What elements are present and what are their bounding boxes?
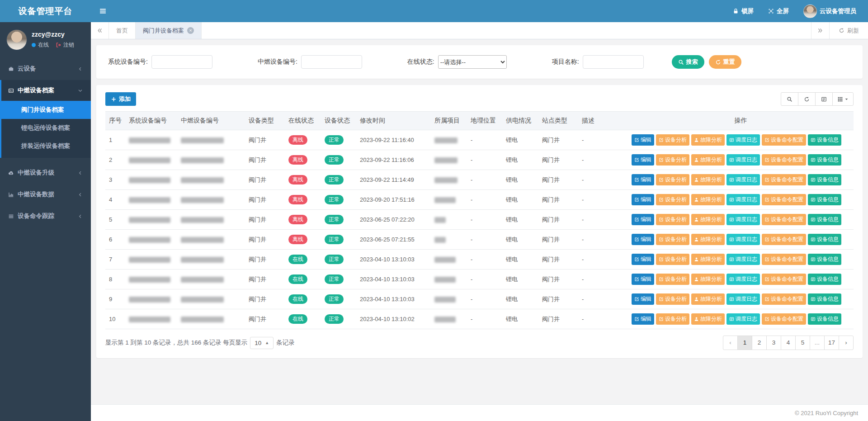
row-action-device-command-config[interactable]: 设备命令配置 bbox=[762, 194, 806, 205]
sidebar-item-1[interactable]: 中燃设备档案 bbox=[1, 80, 91, 101]
row-action-fault-analysis[interactable]: 故障分析 bbox=[691, 313, 725, 325]
row-action-edit[interactable]: 编辑 bbox=[632, 194, 654, 205]
row-action-dispatch-log[interactable]: 调度日志 bbox=[726, 214, 760, 225]
row-action-device-info[interactable]: 设备信息 bbox=[808, 254, 841, 265]
fullscreen-button[interactable]: 全屏 bbox=[761, 0, 796, 22]
row-action-dispatch-log[interactable]: 调度日志 bbox=[726, 154, 760, 166]
row-action-edit[interactable]: 编辑 bbox=[632, 313, 654, 325]
sidebar-subitem-1-0[interactable]: 阀门井设备档案 bbox=[1, 101, 91, 119]
row-action-device-info[interactable]: 设备信息 bbox=[808, 134, 841, 146]
sidebar-subitem-1-1[interactable]: 锂电远传设备档案 bbox=[1, 119, 91, 137]
page-button-1[interactable]: 1 bbox=[737, 336, 752, 350]
row-action-device-info[interactable]: 设备信息 bbox=[808, 174, 841, 185]
row-action-edit[interactable]: 编辑 bbox=[632, 134, 654, 146]
row-action-device-analysis[interactable]: 设备分析 bbox=[656, 174, 689, 185]
sidebar-item-2[interactable]: 中燃设备升级 bbox=[0, 162, 91, 183]
sidebar-toggle-button[interactable] bbox=[91, 0, 115, 22]
reset-button[interactable]: 重置 bbox=[709, 55, 741, 69]
row-action-dispatch-log[interactable]: 调度日志 bbox=[726, 254, 760, 265]
row-action-device-command-config[interactable]: 设备命令配置 bbox=[762, 254, 806, 265]
row-action-device-analysis[interactable]: 设备分析 bbox=[656, 234, 689, 245]
row-action-fault-analysis[interactable]: 故障分析 bbox=[691, 293, 725, 305]
tab-0[interactable]: 首页 bbox=[109, 22, 136, 39]
row-action-device-info[interactable]: 设备信息 bbox=[808, 313, 841, 325]
row-action-edit[interactable]: 编辑 bbox=[632, 174, 654, 185]
row-action-edit[interactable]: 编辑 bbox=[632, 274, 654, 285]
search-input-3[interactable] bbox=[583, 55, 644, 69]
row-action-device-analysis[interactable]: 设备分析 bbox=[656, 293, 689, 305]
row-action-fault-analysis[interactable]: 故障分析 bbox=[691, 174, 725, 185]
page-button-17[interactable]: 17 bbox=[824, 336, 839, 350]
row-action-dispatch-log[interactable]: 调度日志 bbox=[726, 134, 760, 146]
search-input-0[interactable] bbox=[151, 55, 212, 69]
online-status-select[interactable]: --请选择-- bbox=[438, 55, 507, 69]
row-action-fault-analysis[interactable]: 故障分析 bbox=[691, 194, 725, 205]
sidebar-item-4[interactable]: 设备命令跟踪 bbox=[0, 206, 91, 227]
row-action-device-info[interactable]: 设备信息 bbox=[808, 154, 841, 166]
page-size-dropdown[interactable]: 10 ▲ bbox=[250, 337, 274, 349]
sidebar-item-3[interactable]: 中燃设备数据 bbox=[0, 184, 91, 205]
row-action-device-analysis[interactable]: 设备分析 bbox=[656, 274, 689, 285]
row-action-device-command-config[interactable]: 设备命令配置 bbox=[762, 174, 806, 185]
row-action-edit[interactable]: 编辑 bbox=[632, 254, 654, 265]
row-action-device-analysis[interactable]: 设备分析 bbox=[656, 214, 689, 225]
row-action-device-command-config[interactable]: 设备命令配置 bbox=[762, 293, 806, 305]
row-action-device-info[interactable]: 设备信息 bbox=[808, 234, 841, 245]
tabs-scroll-right-button[interactable] bbox=[811, 22, 829, 39]
row-action-fault-analysis[interactable]: 故障分析 bbox=[691, 134, 725, 146]
online-dot-icon bbox=[32, 43, 36, 47]
row-action-dispatch-log[interactable]: 调度日志 bbox=[726, 274, 760, 285]
logout-link[interactable]: 注销 bbox=[56, 41, 74, 49]
add-button[interactable]: 添加 bbox=[105, 92, 136, 106]
table-detail-view-button[interactable] bbox=[815, 92, 833, 106]
row-action-edit[interactable]: 编辑 bbox=[632, 154, 654, 166]
row-action-device-info[interactable]: 设备信息 bbox=[808, 214, 841, 225]
row-action-edit[interactable]: 编辑 bbox=[632, 214, 654, 225]
row-action-device-analysis[interactable]: 设备分析 bbox=[656, 254, 689, 265]
row-action-device-analysis[interactable]: 设备分析 bbox=[656, 134, 689, 146]
page-button-3[interactable]: 3 bbox=[766, 336, 781, 350]
table-refresh-button[interactable] bbox=[798, 92, 816, 106]
row-action-dispatch-log[interactable]: 调度日志 bbox=[726, 194, 760, 205]
row-action-device-analysis[interactable]: 设备分析 bbox=[656, 313, 689, 325]
row-action-dispatch-log[interactable]: 调度日志 bbox=[726, 293, 760, 305]
tab-close-icon[interactable]: × bbox=[187, 27, 194, 34]
tab-1[interactable]: 阀门井设备档案× bbox=[136, 22, 202, 39]
page-button-2[interactable]: 2 bbox=[752, 336, 767, 350]
tabs-scroll-left-button[interactable] bbox=[91, 22, 109, 39]
page-prev-button[interactable]: ‹ bbox=[723, 336, 738, 350]
row-action-device-info[interactable]: 设备信息 bbox=[808, 274, 841, 285]
row-action-device-analysis[interactable]: 设备分析 bbox=[656, 194, 689, 205]
row-action-dispatch-log[interactable]: 调度日志 bbox=[726, 174, 760, 185]
row-action-fault-analysis[interactable]: 故障分析 bbox=[691, 254, 725, 265]
row-action-fault-analysis[interactable]: 故障分析 bbox=[691, 274, 725, 285]
row-action-dispatch-log[interactable]: 调度日志 bbox=[726, 313, 760, 325]
page-next-button[interactable]: › bbox=[839, 336, 854, 350]
row-action-fault-analysis[interactable]: 故障分析 bbox=[691, 214, 725, 225]
sidebar-item-0[interactable]: 云设备 bbox=[0, 58, 91, 79]
row-action-edit[interactable]: 编辑 bbox=[632, 234, 654, 245]
row-action-device-command-config[interactable]: 设备命令配置 bbox=[762, 134, 806, 146]
page-button-4[interactable]: 4 bbox=[781, 336, 796, 350]
row-action-device-analysis[interactable]: 设备分析 bbox=[656, 154, 689, 166]
lock-screen-button[interactable]: 锁屏 bbox=[726, 0, 761, 22]
page-button-5[interactable]: 5 bbox=[795, 336, 810, 350]
refresh-tab-button[interactable]: 刷新 bbox=[829, 22, 868, 39]
row-action-device-info[interactable]: 设备信息 bbox=[808, 194, 841, 205]
user-menu[interactable]: 云设备管理员 bbox=[796, 0, 868, 22]
row-action-device-command-config[interactable]: 设备命令配置 bbox=[762, 154, 806, 166]
row-action-fault-analysis[interactable]: 故障分析 bbox=[691, 154, 725, 166]
sidebar-subitem-1-2[interactable]: 拼装远传设备档案 bbox=[1, 137, 91, 155]
row-action-device-command-config[interactable]: 设备命令配置 bbox=[762, 234, 806, 245]
table-search-button[interactable] bbox=[781, 92, 798, 106]
row-action-device-command-config[interactable]: 设备命令配置 bbox=[762, 214, 806, 225]
row-action-dispatch-log[interactable]: 调度日志 bbox=[726, 234, 760, 245]
table-columns-button[interactable] bbox=[832, 92, 854, 106]
row-action-fault-analysis[interactable]: 故障分析 bbox=[691, 234, 725, 245]
row-action-device-info[interactable]: 设备信息 bbox=[808, 293, 841, 305]
search-button[interactable]: 搜索 bbox=[672, 55, 704, 69]
row-action-device-command-config[interactable]: 设备命令配置 bbox=[762, 313, 806, 325]
search-input-1[interactable] bbox=[301, 55, 362, 69]
row-action-device-command-config[interactable]: 设备命令配置 bbox=[762, 274, 806, 285]
row-action-edit[interactable]: 编辑 bbox=[632, 293, 654, 305]
